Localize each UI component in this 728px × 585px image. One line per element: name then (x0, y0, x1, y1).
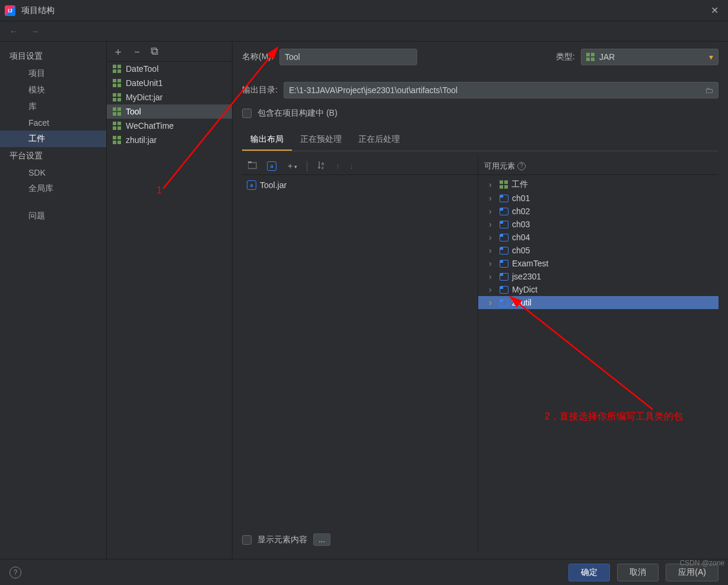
archive-icon: a (247, 180, 256, 190)
nav-global-libs[interactable]: 全局库 (0, 180, 106, 197)
module-icon (500, 286, 508, 294)
name-input[interactable] (279, 49, 417, 65)
left-nav: 项目设置 项目 模块 库 Facet 工件 平台设置 SDK 全局库 问题 (0, 42, 107, 559)
artifact-datetool[interactable]: DateTool (107, 62, 232, 76)
elem-ch04[interactable]: ›ch04 (478, 231, 719, 244)
artifact-label: Tool (126, 107, 141, 116)
nav-project[interactable]: 项目 (0, 65, 106, 82)
elem-label: ExamTest (512, 259, 548, 268)
artifact-label: zhutil:jar (126, 135, 157, 145)
svg-text:a: a (322, 161, 324, 166)
artifact-column: ＋ － ⧉ DateTool DateUnit1 MyDict:jar Tool… (107, 42, 233, 559)
module-icon (500, 208, 508, 215)
footer-help-button[interactable]: ? (9, 567, 21, 578)
chevron-down-icon: ▾ (709, 52, 713, 62)
elem-zhutil[interactable]: ›zhutil (478, 296, 719, 309)
svg-rect-3 (117, 69, 121, 73)
add-artifact-button[interactable]: ＋ (113, 44, 123, 59)
ok-button[interactable]: 确定 (568, 564, 610, 581)
nav-sdk[interactable]: SDK (0, 165, 106, 180)
elem-jse2301[interactable]: ›jse2301 (478, 270, 719, 283)
outdir-input[interactable]: E:\1-31JAVA\Project\jse2301\out\artifact… (284, 82, 719, 98)
elem-label: MyDict (512, 285, 538, 294)
show-elem-label: 显示元素内容 (257, 535, 307, 545)
add-copy-button[interactable]: ＋▾ (284, 160, 300, 173)
remove-artifact-button[interactable]: － (132, 44, 142, 59)
svg-rect-20 (113, 136, 116, 139)
available-tree[interactable]: ›工件 ›ch01 ›ch02 ›ch03 ›ch04 ›ch05 ›ExamT… (478, 175, 719, 552)
artifact-toolbar: ＋ － ⧉ (107, 42, 232, 62)
module-icon (500, 260, 508, 268)
output-layout-panel: a ＋▾ az ↑ ↓ a Tool.jar 显示元素内容 ... (242, 157, 478, 552)
elem-ch01[interactable]: ›ch01 (478, 192, 719, 205)
nav-facet[interactable]: Facet (0, 115, 106, 131)
svg-rect-8 (113, 93, 116, 97)
artifact-wechattime[interactable]: WeChatTime (107, 119, 232, 133)
type-label: 类型: (556, 52, 575, 62)
artifact-mydict[interactable]: MyDict:jar (107, 90, 232, 104)
tab-postprocess[interactable]: 正在后处理 (350, 129, 408, 151)
new-archive-button[interactable]: a (265, 160, 279, 172)
section-project-settings: 项目设置 (0, 47, 106, 65)
move-down-button[interactable]: ↓ (347, 160, 356, 172)
svg-rect-1 (117, 65, 121, 68)
artifact-tool[interactable]: Tool (107, 104, 232, 119)
output-tree[interactable]: a Tool.jar (242, 175, 478, 527)
elem-label: ch04 (512, 233, 530, 242)
footer: ? 确定 取消 应用(A) (0, 559, 728, 585)
artifact-zhutil[interactable]: zhutil:jar (107, 133, 232, 147)
elem-ch03[interactable]: ›ch03 (478, 218, 719, 231)
elem-mydict[interactable]: ›MyDict (478, 283, 719, 296)
include-build-checkbox[interactable] (242, 109, 252, 118)
type-value: JAR (599, 52, 615, 62)
cancel-button[interactable]: 取消 (617, 564, 659, 581)
app-icon: IJ (5, 5, 15, 16)
svg-rect-15 (117, 112, 121, 116)
show-elem-checkbox[interactable] (242, 535, 252, 545)
watermark: CSDN @zone (679, 559, 724, 567)
copy-artifact-button[interactable]: ⧉ (151, 45, 158, 58)
nav-modules[interactable]: 模块 (0, 82, 106, 98)
elem-label: 工件 (511, 179, 528, 190)
elem-artifacts[interactable]: ›工件 (478, 177, 719, 192)
window-title: 项目结构 (21, 5, 706, 16)
new-folder-button[interactable] (246, 160, 260, 172)
output-toolbar: a ＋▾ az ↑ ↓ (242, 157, 478, 175)
folder-icon[interactable]: 🗀 (705, 85, 713, 95)
move-up-button[interactable]: ↑ (333, 160, 342, 172)
svg-rect-18 (113, 126, 116, 130)
svg-rect-27 (591, 58, 595, 61)
svg-rect-22 (113, 141, 116, 144)
elem-label: ch02 (512, 206, 530, 216)
elem-ch02[interactable]: ›ch02 (478, 205, 719, 218)
module-icon (500, 273, 508, 281)
artifact-label: WeChatTime (126, 121, 174, 131)
output-jar-item[interactable]: a Tool.jar (244, 179, 475, 192)
nav-problems[interactable]: 问题 (0, 208, 106, 224)
svg-rect-11 (117, 98, 121, 101)
help-icon[interactable]: ? (517, 162, 526, 170)
back-button[interactable]: ← (6, 26, 21, 37)
type-select[interactable]: JAR ▾ (581, 49, 719, 65)
elem-examtest[interactable]: ›ExamTest (478, 257, 719, 270)
artifact-dateunit1[interactable]: DateUnit1 (107, 76, 232, 90)
module-icon (500, 195, 508, 202)
svg-rect-28 (248, 163, 256, 168)
elem-label: ch05 (512, 246, 530, 255)
tab-output-layout[interactable]: 输出布局 (242, 129, 292, 151)
tab-preprocess[interactable]: 正在预处理 (292, 129, 350, 151)
elem-label: ch03 (512, 220, 530, 229)
close-button[interactable]: ✕ (706, 5, 723, 16)
nav-libraries[interactable]: 库 (0, 98, 106, 115)
nav-artifacts[interactable]: 工件 (0, 131, 106, 147)
svg-text:z: z (322, 166, 324, 170)
sort-button[interactable]: az (314, 159, 329, 173)
tabs: 输出布局 正在预处理 正在后处理 (242, 129, 719, 151)
artifact-list: DateTool DateUnit1 MyDict:jar Tool WeCha… (107, 62, 232, 147)
more-button[interactable]: ... (313, 533, 330, 546)
svg-rect-0 (113, 65, 116, 68)
forward-button[interactable]: → (27, 26, 43, 37)
navbar: ← → (0, 21, 728, 42)
elem-ch05[interactable]: ›ch05 (478, 244, 719, 257)
svg-rect-14 (113, 112, 116, 116)
